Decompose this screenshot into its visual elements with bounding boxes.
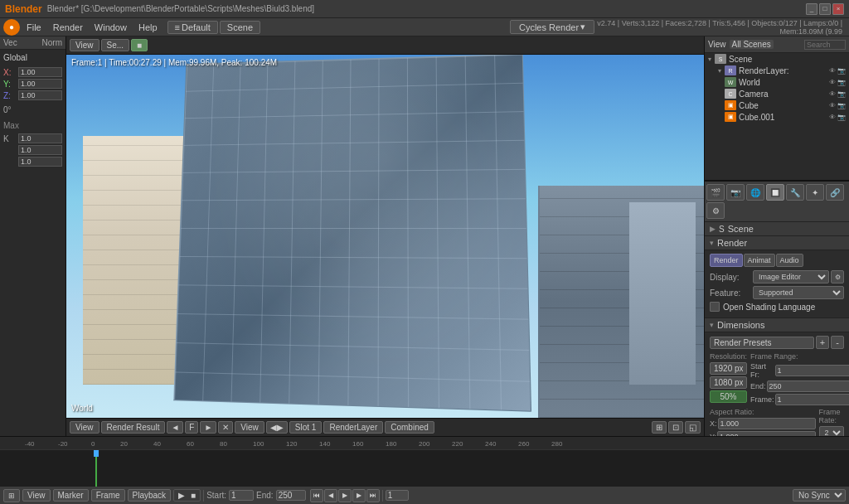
render-section-header[interactable]: ▾ Render [705,236,849,250]
workspace-selector[interactable]: ≡ Default [167,21,218,34]
render-btn[interactable]: ■ [131,39,148,51]
k-input[interactable] [18,133,62,143]
view-menu-btn[interactable]: View [70,39,99,51]
viewport-ctrl-1[interactable]: ⊞ [652,421,667,434]
cube-render-icon[interactable]: 📷 [837,102,846,109]
menu-item-info[interactable]: File [22,22,46,33]
cube001-render-icon[interactable]: 📷 [837,114,846,121]
footer-playback-btn[interactable]: Playback [128,489,172,502]
menu-item-render[interactable]: Render [48,22,88,33]
viewport-ctrl-3[interactable]: ◱ [685,421,701,434]
outliner-item-camera[interactable]: C Camera 👁 📷 [705,88,849,99]
world-render-icon[interactable]: 📷 [837,79,846,86]
cube001-icon: ▣ [725,112,736,122]
next-slot-btn[interactable]: ► [200,421,216,434]
render-tab-render[interactable]: Render [710,254,743,267]
outliner-search-input[interactable] [804,40,846,50]
anim-controls-icon[interactable]: ⊞ [3,489,20,502]
resolution-width-input[interactable] [710,362,747,375]
open-shading-checkbox[interactable] [710,302,720,312]
presets-remove-btn[interactable]: - [831,336,844,349]
combined-selector[interactable]: Combined [385,421,434,434]
data-props-icon[interactable]: ⚙ [706,202,725,219]
minimize-button[interactable]: _ [806,3,817,15]
end-frame-input[interactable] [767,380,849,392]
3d-viewport[interactable]: Frame:1 | Time:00:27.29 | Mem:99.96M, Pe… [66,55,704,418]
object-props-icon[interactable]: 🔲 [766,184,784,201]
visibility-icon[interactable]: 👁 [829,67,836,75]
resolution-percent-display[interactable]: 50% [710,390,747,403]
footer-marker-btn[interactable]: Marker [53,489,89,502]
y-coord-input[interactable] [18,79,62,89]
scene-section-header[interactable]: ▶ S Scene [705,222,849,236]
play-icon[interactable]: ▶ [176,491,187,500]
world-props-icon[interactable]: 🌐 [746,184,764,201]
jump-end-btn[interactable]: ⏭ [366,489,380,502]
footer-frame-btn[interactable]: Frame [91,489,125,502]
zoom-out-btn[interactable]: ◀▶ [266,421,288,434]
jump-start-btn[interactable]: ⏮ [310,489,323,502]
maximize-button[interactable]: □ [819,3,831,15]
display-value-select[interactable]: Image Editor [753,270,829,284]
z-coord-input[interactable] [18,90,62,100]
slot-selector[interactable]: Slot 1 [289,421,323,434]
camera-props-icon[interactable]: 📷 [726,184,745,201]
outliner-tab-view[interactable]: View [708,40,726,49]
outliner-item-world[interactable]: W World 👁 📷 [705,76,849,88]
cube001-visibility-icon[interactable]: 👁 [829,114,836,121]
menu-item-window[interactable]: Window [90,22,132,33]
render-layer-selector[interactable]: RenderLayer [323,421,383,434]
sync-mode-select[interactable]: No Sync [793,489,846,502]
footer-view-btn[interactable]: View [22,489,51,502]
end-frame-footer-input[interactable] [276,490,306,501]
line2-input[interactable] [18,157,62,167]
view-btn[interactable]: View [70,421,99,434]
close-button[interactable]: × [832,3,844,15]
frame-rate-select[interactable]: 24 fps [819,426,844,436]
render-tab-animat[interactable]: Animat [744,254,775,267]
aspect-y-input[interactable] [717,431,816,436]
aspect-x-input[interactable] [718,418,816,429]
outliner-tab-all-scenes[interactable]: All Scenes [730,40,774,49]
outliner-item-cube[interactable]: ▣ Cube 👁 📷 [705,99,849,111]
current-frame-input[interactable] [775,394,849,405]
start-frame-input[interactable] [775,365,849,376]
constraint-props-icon[interactable]: 🔗 [826,184,844,201]
select-menu-btn[interactable]: Se... [101,39,130,51]
prev-slot-btn[interactable]: ◄ [167,421,183,434]
camera-visibility-icon[interactable]: 👁 [829,90,836,98]
outliner-item-cube001[interactable]: ▣ Cube.001 👁 📷 [705,111,849,123]
scene-selector[interactable]: Scene [220,21,260,34]
current-frame-footer-input[interactable] [386,490,409,501]
feature-value-select[interactable]: Supported [753,286,844,299]
display-options-btn[interactable]: ⚙ [831,270,844,284]
material-props-icon[interactable]: ✦ [806,184,824,201]
outliner-item-scene[interactable]: ▾ S Scene [705,53,849,65]
engine-selector[interactable]: Cycles Render ▾ [510,20,594,34]
render-icon[interactable]: 📷 [837,67,846,75]
view-btn-2[interactable]: View [235,421,264,434]
line1-input[interactable] [18,145,62,155]
viewport-ctrl-2[interactable]: ⊡ [668,421,683,434]
camera-render-icon[interactable]: 📷 [837,90,846,98]
render-tab-audio[interactable]: Audio [776,254,803,267]
prev-frame-btn[interactable]: ◀ [324,489,337,502]
modifier-props-icon[interactable]: 🔧 [786,184,804,201]
delete-slot-btn[interactable]: ✕ [218,421,233,434]
cube-visibility-icon[interactable]: 👁 [829,102,836,109]
world-visibility-icon[interactable]: 👁 [829,79,836,86]
stop-icon[interactable]: ■ [188,491,198,500]
presets-add-btn[interactable]: + [816,336,829,349]
dimensions-section-header[interactable]: ▾ Dimensions [705,317,849,332]
expand-renderlayer-icon: ▾ [718,67,725,75]
play-forward-btn[interactable]: ▶ [338,489,352,502]
next-frame-btn[interactable]: ▶ [352,489,366,502]
start-frame-footer-input[interactable] [229,490,254,501]
render-presets-dropdown[interactable]: Render Presets [710,337,814,349]
outliner-item-renderlayer[interactable]: ▾ R RenderLayer: 👁 📷 [705,65,849,76]
menu-item-help[interactable]: Help [133,22,163,33]
render-result-btn[interactable]: Render Result [101,421,166,434]
resolution-height-input[interactable] [710,376,747,389]
x-coord-input[interactable] [18,67,62,77]
render-props-icon[interactable]: 🎬 [706,184,725,201]
